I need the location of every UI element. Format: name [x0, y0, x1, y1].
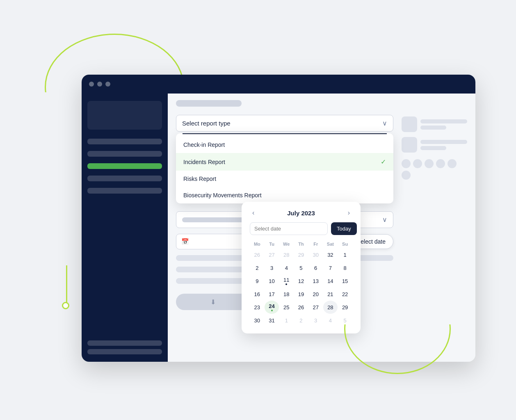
calendar-weekday-tu: Tu [265, 240, 279, 248]
calendar-day-5-4[interactable]: 3 [308, 314, 323, 327]
dot-left-decoration [62, 302, 69, 309]
calendar-day-1-4[interactable]: 6 [308, 261, 323, 274]
calendar-day-1-2[interactable]: 4 [279, 261, 294, 274]
calendar-weekday-sat: Sat [323, 240, 338, 248]
download-icon: ⬇ [210, 298, 216, 306]
calendar-day-0-2[interactable]: 28 [279, 248, 294, 261]
calendar-day-1-1[interactable]: 3 [265, 261, 279, 274]
calendar-body: 2627282930321234567891011121314151617181… [250, 248, 352, 327]
sidebar-nav-item-1[interactable] [87, 139, 162, 144]
chevron-down-icon: ∨ [382, 119, 387, 127]
calendar-day-3-4[interactable]: 20 [308, 288, 323, 301]
second-chevron-icon: ∨ [382, 216, 387, 224]
calendar-day-4-3[interactable]: 26 [294, 301, 308, 314]
calendar-day-3-3[interactable]: 19 [294, 288, 308, 301]
calendar-day-3-1[interactable]: 17 [265, 288, 279, 301]
calendar-search-row: Today [250, 222, 352, 235]
report-type-dropdown[interactable]: Select report type ∨ [176, 115, 393, 132]
calendar-day-0-3[interactable]: 29 [294, 248, 308, 261]
widget-lines-1 [420, 119, 467, 130]
calendar-day-4-4[interactable]: 27 [308, 301, 323, 314]
calendar-day-0-4[interactable]: 30 [308, 248, 323, 261]
calendar-next-button[interactable]: › [345, 208, 352, 217]
sidebar-nav-item-5[interactable] [87, 188, 162, 194]
calendar-day-4-6[interactable]: 29 [338, 301, 352, 314]
widget-dot-1 [402, 159, 411, 168]
dropdown-item-biosecurity[interactable]: Biosecurity Movements Report [176, 187, 393, 203]
calendar-today-button[interactable]: Today [331, 222, 357, 235]
calendar-day-0-5[interactable]: 32 [323, 248, 338, 261]
calendar-day-0-0[interactable]: 26 [250, 248, 265, 261]
sidebar-bottom-2 [87, 349, 162, 354]
calendar-grid: MoTuWeThFrSatSu 262728293032123456789101… [250, 240, 352, 327]
calendar-day-2-2[interactable]: 11 [279, 274, 294, 288]
calendar-prev-button[interactable]: ‹ [250, 208, 257, 217]
calendar-day-0-1[interactable]: 27 [265, 248, 279, 261]
widget-dot-5 [448, 159, 457, 168]
calendar-day-1-5[interactable]: 7 [323, 261, 338, 274]
calendar-weekday-row: MoTuWeThFrSatSu [250, 240, 352, 248]
widget-thumb-1 [402, 116, 417, 132]
calendar-day-1-6[interactable]: 8 [338, 261, 352, 274]
calendar-day-2-1[interactable]: 10 [265, 274, 279, 288]
calendar-day-3-6[interactable]: 22 [338, 288, 352, 301]
sidebar [82, 94, 168, 362]
calendar-day-5-2[interactable]: 1 [279, 314, 294, 327]
widget-line-1a [420, 119, 467, 123]
calendar-day-5-0[interactable]: 30 [250, 314, 265, 327]
calendar-day-2-6[interactable]: 15 [338, 274, 352, 288]
calendar-weekday-th: Th [294, 240, 308, 248]
calendar-day-4-2[interactable]: 25 [279, 301, 294, 314]
sidebar-nav-item-2[interactable] [87, 151, 162, 157]
dropdown-item-incidents[interactable]: Incidents Report ✓ [176, 153, 393, 171]
titlebar-dot-1 [89, 82, 94, 87]
widget-dots-row [402, 159, 467, 180]
dropdown-item-label-checkin: Check-in Report [183, 142, 225, 148]
calendar-day-5-3[interactable]: 2 [294, 314, 308, 327]
dropdown-item-label-incidents: Incidents Report [183, 159, 225, 165]
calendar-day-5-5[interactable]: 4 [323, 314, 338, 327]
report-type-dropdown-wrapper: Select report type ∨ Check-in Report [176, 115, 393, 132]
dropdown-item-risks[interactable]: Risks Report [176, 171, 393, 187]
calendar-week-4: 23242526272829 [250, 301, 352, 314]
calendar-day-1-0[interactable]: 2 [250, 261, 265, 274]
calendar-day-3-0[interactable]: 16 [250, 288, 265, 301]
calendar-day-2-3[interactable]: 12 [294, 274, 308, 288]
calendar-day-2-5[interactable]: 14 [323, 274, 338, 288]
calendar-day-4-0[interactable]: 23 [250, 301, 265, 314]
line-left-decoration [66, 265, 67, 306]
calendar-day-0-6[interactable]: 1 [338, 248, 352, 261]
calendar-weekday-fr: Fr [308, 240, 323, 248]
dropdown-item-label-biosecurity: Biosecurity Movements Report [183, 192, 262, 199]
sidebar-logo [87, 101, 162, 130]
widget-thumb-2 [402, 137, 417, 153]
widget-row-1 [402, 116, 467, 132]
select-date-label: Select date [357, 238, 386, 245]
right-widgets-panel [402, 115, 467, 358]
calendar-day-5-1[interactable]: 31 [265, 314, 279, 327]
calendar-day-3-2[interactable]: 18 [279, 288, 294, 301]
calendar-header: ‹ July 2023 › [250, 208, 352, 217]
calendar-day-1-3[interactable]: 5 [294, 261, 308, 274]
sidebar-bottom-1 [87, 340, 162, 346]
widget-dot-6 [402, 171, 411, 180]
download-button[interactable]: ⬇ [176, 294, 250, 310]
calendar-date-input[interactable] [250, 222, 328, 235]
widget-dot-4 [436, 159, 445, 168]
dropdown-item-checkin[interactable]: Check-in Report [176, 137, 393, 153]
main-header [168, 94, 475, 111]
dropdown-item-label-risks: Risks Report [183, 176, 216, 182]
sidebar-nav-item-3[interactable] [87, 163, 162, 169]
window-body: Select report type ∨ Check-in Report [82, 94, 475, 362]
calendar-icon-start: 📅 [181, 238, 189, 245]
main-content: Select report type ∨ Check-in Report [168, 94, 475, 362]
calendar-day-2-0[interactable]: 9 [250, 274, 265, 288]
widget-line-2a [420, 140, 467, 144]
calendar-day-4-5[interactable]: 28 [323, 301, 338, 314]
sidebar-nav-item-4[interactable] [87, 176, 162, 181]
widget-line-2b [420, 146, 446, 150]
calendar-day-3-5[interactable]: 21 [323, 288, 338, 301]
calendar-day-2-4[interactable]: 13 [308, 274, 323, 288]
titlebar [82, 75, 475, 94]
calendar-day-4-1[interactable]: 24 [265, 301, 279, 314]
